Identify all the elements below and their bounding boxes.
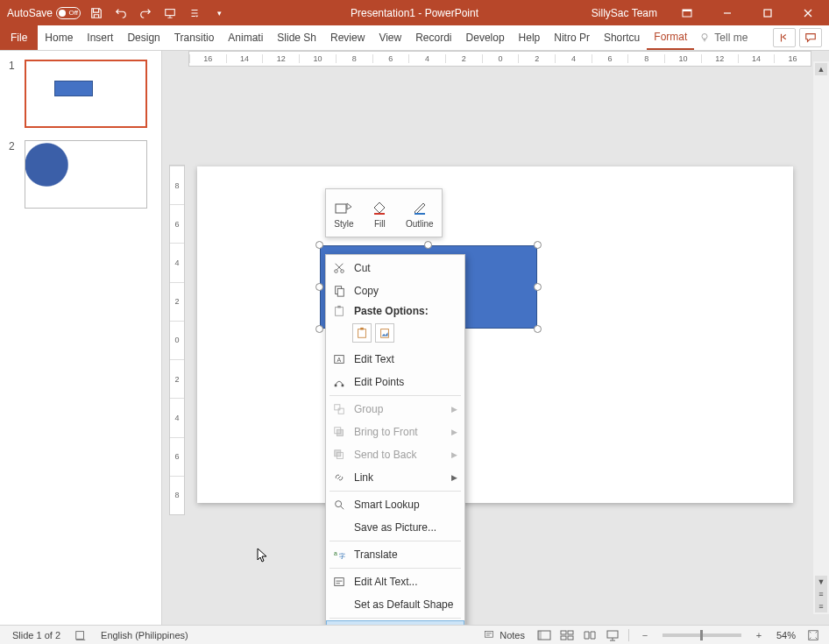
slide-thumbnail-1[interactable]: [25, 60, 147, 128]
ctx-edit-text-label: Edit Text: [354, 353, 394, 365]
ctx-set-default-label: Set as Default Shape: [354, 598, 453, 611]
tab-review[interactable]: Review: [323, 25, 372, 50]
notes-icon: [484, 630, 494, 640]
ctx-smart-lookup[interactable]: Smart Lookup: [326, 493, 464, 516]
ctx-send-back-label: Send to Back: [354, 449, 416, 461]
tab-insert[interactable]: Insert: [80, 25, 120, 50]
translate-icon: a字: [331, 547, 347, 563]
ctx-cut[interactable]: Cut: [326, 257, 464, 280]
svg-rect-23: [338, 408, 344, 414]
zoom-level[interactable]: 54%: [771, 630, 801, 640]
mini-outline-button[interactable]: Outline: [402, 196, 437, 230]
slide-canvas[interactable]: [197, 166, 793, 503]
svg-rect-40: [568, 636, 573, 640]
blank-icon: [331, 520, 347, 535]
titlebar-right: SillySac Team: [592, 0, 829, 25]
separator: [329, 491, 461, 492]
ctx-edit-alt-text[interactable]: Edit Alt Text...: [326, 570, 464, 593]
tab-format[interactable]: Format: [647, 25, 694, 50]
ctx-group: Group ▶: [326, 398, 464, 421]
mini-fill-button[interactable]: Fill: [366, 196, 393, 230]
vertical-scrollbar[interactable]: ▲ ▼ ≡ ≡: [813, 61, 829, 614]
status-language[interactable]: English (Philippines): [94, 630, 195, 640]
paste-use-theme-icon[interactable]: [352, 323, 372, 343]
slideshow-view-icon[interactable]: [602, 627, 623, 643]
svg-rect-15: [358, 329, 366, 338]
ctx-set-default[interactable]: Set as Default Shape: [326, 593, 464, 616]
ctx-copy[interactable]: Copy: [326, 280, 464, 302]
status-slide-count[interactable]: Slide 1 of 2: [5, 630, 67, 640]
maximize-icon[interactable]: [750, 0, 785, 25]
svg-point-5: [702, 34, 707, 39]
tab-file[interactable]: File: [0, 25, 38, 50]
svg-rect-20: [335, 385, 337, 387]
ctx-save-picture[interactable]: Save as Picture...: [326, 516, 464, 539]
tab-view[interactable]: View: [372, 25, 408, 50]
reading-view-icon[interactable]: [579, 627, 600, 643]
paste-icon: [331, 303, 347, 319]
ctx-bring-front: Bring to Front ▶: [326, 421, 464, 443]
status-bar: Slide 1 of 2 English (Philippines) Notes…: [0, 625, 829, 644]
mini-style-button[interactable]: Style: [330, 196, 357, 230]
tab-nitropro[interactable]: Nitro Pr: [547, 25, 597, 50]
thumb-shape-rect: [54, 81, 93, 96]
tab-transitions[interactable]: Transitio: [167, 25, 222, 50]
slide-thumbnail-panel[interactable]: 1 2: [0, 51, 162, 625]
prev-slide-icon[interactable]: ≡: [815, 588, 827, 600]
tab-developer[interactable]: Develop: [459, 25, 512, 50]
close-icon[interactable]: [790, 0, 825, 25]
zoom-out-icon[interactable]: −: [634, 627, 655, 643]
notes-button[interactable]: Notes: [477, 630, 532, 640]
sorter-view-icon[interactable]: [556, 627, 577, 643]
fit-window-icon[interactable]: [803, 627, 824, 643]
user-name[interactable]: SillySac Team: [592, 7, 657, 19]
ctx-translate[interactable]: a字 Translate: [326, 543, 464, 566]
save-icon[interactable]: [88, 4, 105, 22]
slide-edit-area[interactable]: 1614121086420246810121416 864202468: [162, 51, 829, 625]
group-icon: [331, 401, 347, 417]
zoom-slider[interactable]: [662, 633, 741, 637]
scroll-down-icon[interactable]: ▼: [815, 576, 827, 588]
tab-recording[interactable]: Recordi: [408, 25, 458, 50]
ctx-translate-label: Translate: [354, 548, 398, 561]
share-icon[interactable]: [773, 28, 796, 47]
ribbon-display-icon[interactable]: [670, 0, 705, 25]
autosave-label: AutoSave: [7, 7, 53, 19]
thumb-row-1: 1: [0, 58, 161, 138]
undo-icon[interactable]: [112, 4, 130, 22]
lightbulb-icon: [699, 32, 710, 43]
minimize-icon[interactable]: [710, 0, 745, 25]
chevron-right-icon: ▶: [451, 473, 457, 482]
svg-rect-39: [561, 636, 566, 640]
tell-me-search[interactable]: Tell me: [699, 25, 748, 50]
next-slide-icon[interactable]: ≡: [815, 600, 827, 612]
svg-rect-22: [335, 405, 340, 410]
tab-design[interactable]: Design: [120, 25, 167, 50]
list-dropdown-icon[interactable]: [186, 4, 203, 22]
ctx-edit-points-label: Edit Points: [354, 376, 404, 388]
tab-home[interactable]: Home: [38, 25, 80, 50]
paste-picture-icon[interactable]: [375, 323, 394, 343]
ctx-edit-text[interactable]: A Edit Text: [326, 348, 464, 371]
ctx-link[interactable]: Link ▶: [326, 466, 464, 489]
tab-slideshow[interactable]: Slide Sh: [270, 25, 323, 50]
tab-help[interactable]: Help: [512, 25, 548, 50]
mouse-cursor-icon: [257, 548, 269, 563]
redo-icon[interactable]: [137, 4, 154, 22]
scroll-up-icon[interactable]: ▲: [815, 63, 827, 75]
tab-shortcut[interactable]: Shortcu: [597, 25, 647, 50]
ctx-edit-points[interactable]: Edit Points: [326, 371, 464, 393]
slide-thumbnail-2[interactable]: [25, 140, 147, 209]
smart-lookup-icon: [331, 497, 347, 513]
comments-icon[interactable]: [799, 28, 822, 47]
chevron-right-icon: ▶: [451, 428, 457, 436]
ctx-bring-front-label: Bring to Front: [354, 426, 418, 438]
spellcheck-icon[interactable]: [67, 629, 94, 641]
zoom-in-icon[interactable]: +: [748, 627, 769, 643]
normal-view-icon[interactable]: [534, 627, 555, 643]
autosave-toggle[interactable]: AutoSave Off: [7, 7, 81, 19]
toggle-off-icon[interactable]: Off: [56, 7, 81, 19]
tab-animations[interactable]: Animati: [221, 25, 270, 50]
qat-customize-icon[interactable]: ▾: [210, 4, 228, 22]
start-show-icon[interactable]: [161, 4, 179, 22]
